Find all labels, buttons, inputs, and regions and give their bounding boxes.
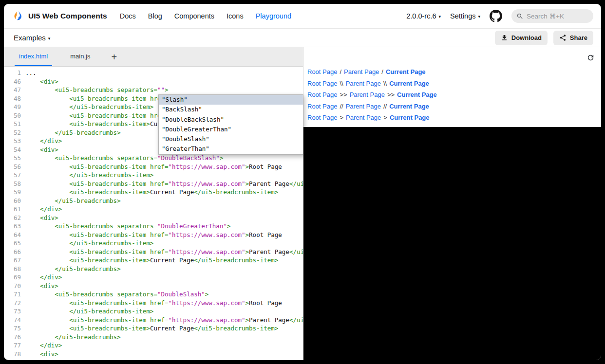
nav-link-playground[interactable]: Playground — [256, 12, 291, 20]
line-number: 76 — [4, 333, 25, 342]
top-navbar: UI5 Web Components DocsBlogComponentsIco… — [4, 4, 601, 29]
tab-list: index.htmlmain.js — [15, 47, 108, 66]
autocomplete-item-greaterthan[interactable]: "GreaterThan" — [159, 144, 303, 154]
code-text: <ui5-breadcrumbs-item href="https://www.… — [25, 231, 282, 239]
github-icon — [490, 10, 502, 22]
examples-dropdown[interactable]: Examples ▾ — [14, 34, 50, 42]
breadcrumb-current: Current Page — [389, 80, 429, 87]
line-number: 54 — [4, 146, 25, 154]
line-number: 69 — [4, 273, 25, 282]
code-line-64[interactable]: 64 <ui5-breadcrumbs-item href="https://w… — [4, 231, 303, 239]
line-number: 53 — [4, 137, 25, 146]
code-line-61[interactable]: 61 </div> — [4, 205, 303, 214]
version-dropdown[interactable]: 2.0.0-rc.6 ▾ — [406, 12, 441, 20]
refresh-button[interactable] — [586, 53, 596, 63]
breadcrumb-link[interactable]: Parent Page — [350, 91, 385, 98]
breadcrumb-link[interactable]: Parent Page — [344, 68, 379, 75]
breadcrumb-current: Current Page — [386, 68, 426, 75]
breadcrumb-separator: > — [383, 114, 387, 121]
code-line-70[interactable]: 70 <div> — [4, 282, 303, 291]
autocomplete-item-slash[interactable]: "Slash" — [159, 95, 303, 105]
code-line-71[interactable]: 71 <ui5-breadcrumbs separators="DoubleSl… — [4, 290, 303, 299]
breadcrumb-link[interactable]: Parent Page — [346, 114, 381, 121]
code-line-56[interactable]: 56 <ui5-breadcrumbs-item href="https://w… — [4, 163, 303, 171]
tab-index-html[interactable]: index.html — [15, 47, 52, 66]
code-line-74[interactable]: 74 <ui5-breadcrumbs-item href="https://w… — [4, 316, 303, 325]
chevron-down-icon: ▾ — [478, 14, 480, 19]
share-button[interactable]: Share — [553, 31, 593, 45]
search-input[interactable] — [527, 13, 588, 20]
line-number: 66 — [4, 248, 25, 256]
autocomplete-item-doubleslash[interactable]: "DoubleSlash" — [159, 134, 303, 144]
code-line-67[interactable]: 67 <ui5-breadcrumbs-item>Current Page</u… — [4, 256, 303, 265]
nav-link-docs[interactable]: Docs — [120, 12, 136, 20]
code-line-77[interactable]: 77 </div> — [4, 341, 303, 350]
code-text: <ui5-breadcrumbs-item href="https://www.… — [25, 163, 282, 171]
code-text: <ui5-breadcrumbs-item href="https://www.… — [25, 248, 303, 256]
brand[interactable]: UI5 Web Components — [12, 10, 107, 22]
nav-link-icons[interactable]: Icons — [227, 12, 244, 20]
code-line-1[interactable]: 1... — [4, 69, 303, 77]
code-line-66[interactable]: 66 <ui5-breadcrumbs-item href="https://w… — [4, 248, 303, 256]
autocomplete-item-doublebackslash[interactable]: "DoubleBackSlash" — [159, 115, 303, 125]
line-number: 62 — [4, 214, 25, 222]
breadcrumb-link[interactable]: Root Page — [307, 103, 337, 110]
code-line-65[interactable]: 65 </ui5-breadcrumbs-item> — [4, 239, 303, 248]
breadcrumb-link[interactable]: Parent Page — [346, 80, 381, 87]
code-line-75[interactable]: 75 <ui5-breadcrumbs-item>Current Page</u… — [4, 324, 303, 333]
breadcrumb-link[interactable]: Root Page — [307, 114, 337, 121]
breadcrumb-link[interactable]: Root Page — [307, 91, 337, 98]
code-line-46[interactable]: 46 <div> — [4, 77, 303, 86]
settings-dropdown[interactable]: Settings ▾ — [450, 12, 480, 20]
breadcrumb-row: Root Page>Parent Page>Current Page — [307, 114, 595, 122]
code-line-63[interactable]: 63 <ui5-breadcrumbs separators="DoubleGr… — [4, 222, 303, 231]
line-number: 77 — [4, 341, 25, 350]
line-number: 56 — [4, 163, 25, 171]
line-number: 71 — [4, 290, 25, 299]
code-text: <ui5-breadcrumbs-item>Current Page</ui5-… — [25, 324, 278, 333]
code-text: <div> — [25, 146, 58, 154]
code-line-55[interactable]: 55 <ui5-breadcrumbs separators="DoubleBa… — [4, 154, 303, 163]
code-text: <ui5-breadcrumbs-item href="https://www.… — [25, 180, 303, 188]
code-line-59[interactable]: 59 <ui5-breadcrumbs-item>Current Page</u… — [4, 188, 303, 197]
code-line-60[interactable]: 60 </ui5-breadcrumbs> — [4, 197, 303, 205]
line-number: 57 — [4, 171, 25, 180]
search-box[interactable] — [511, 9, 593, 23]
code-line-57[interactable]: 57 </ui5-breadcrumbs-item> — [4, 171, 303, 180]
tab-main-js[interactable]: main.js — [66, 47, 95, 66]
line-number: 59 — [4, 188, 25, 197]
code-line-78[interactable]: 78 <div> — [4, 350, 303, 359]
code-line-58[interactable]: 58 <ui5-breadcrumbs-item href="https://w… — [4, 180, 303, 188]
download-button[interactable]: Download — [495, 31, 548, 45]
autocomplete-item-backslash[interactable]: "BackSlash" — [159, 105, 303, 114]
breadcrumb-current: Current Page — [397, 91, 437, 98]
code-text: </ui5-breadcrumbs> — [25, 265, 121, 273]
examples-toolbar: Examples ▾ Download Share — [4, 29, 601, 47]
breadcrumb-link[interactable]: Root Page — [307, 80, 337, 87]
code-text: <ui5-breadcrumbs separators="DoubleSlash… — [25, 290, 208, 299]
nav-link-blog[interactable]: Blog — [148, 12, 162, 20]
breadcrumb-link[interactable]: Parent Page — [346, 103, 381, 110]
editor-tabbar: index.htmlmain.js + — [4, 47, 303, 67]
line-number: 72 — [4, 299, 25, 308]
nav-link-components[interactable]: Components — [174, 12, 214, 20]
download-icon — [501, 34, 508, 41]
code-text: <div> — [25, 77, 58, 86]
github-link[interactable] — [490, 10, 502, 22]
code-text: ... — [25, 69, 37, 77]
autocomplete-item-doublegreaterthan[interactable]: "DoubleGreaterThan" — [159, 125, 303, 134]
code-text: </ui5-breadcrumbs> — [25, 128, 121, 137]
line-number: 65 — [4, 239, 25, 248]
code-line-69[interactable]: 69 </div> — [4, 273, 303, 282]
code-line-47[interactable]: 47 <ui5-breadcrumbs separators=""> — [4, 86, 303, 94]
code-line-76[interactable]: 76 </ui5-breadcrumbs> — [4, 333, 303, 342]
code-line-62[interactable]: 62 <div> — [4, 214, 303, 222]
line-number: 70 — [4, 282, 25, 291]
code-line-68[interactable]: 68 </ui5-breadcrumbs> — [4, 265, 303, 273]
preview-breadcrumbs: Root Page/Parent Page/Current PageRoot P… — [307, 68, 595, 122]
breadcrumb-link[interactable]: Root Page — [307, 68, 337, 75]
code-line-73[interactable]: 73 </ui5-breadcrumbs-item> — [4, 307, 303, 316]
code-line-72[interactable]: 72 <ui5-breadcrumbs-item href="https://w… — [4, 299, 303, 308]
add-tab-button[interactable]: + — [108, 52, 120, 62]
line-number: 78 — [4, 350, 25, 359]
